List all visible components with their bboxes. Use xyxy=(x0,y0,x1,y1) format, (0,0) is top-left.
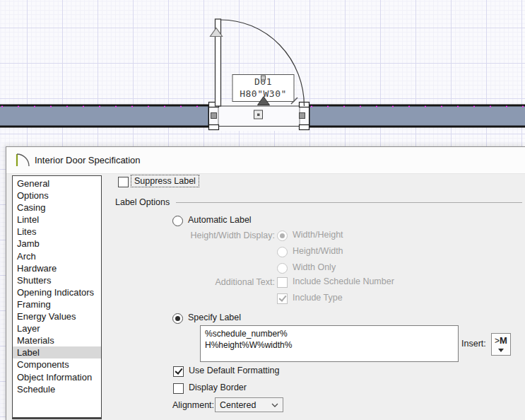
additional-text-label: Additional Text: xyxy=(187,277,275,287)
panel-list: General Options Casing Lintel Lites Jamb… xyxy=(12,175,102,419)
height-width-radio xyxy=(277,247,288,257)
sidebar-item-lites[interactable]: Lites xyxy=(13,226,101,238)
sidebar-item-label[interactable]: Label xyxy=(13,346,101,358)
sidebar-item-arch[interactable]: Arch xyxy=(13,250,101,262)
interior-door-specification-dialog: Interior Door Specification General Opti… xyxy=(6,146,525,420)
alignment-value: Centered xyxy=(220,400,256,410)
wall-right[interactable] xyxy=(309,105,525,127)
sidebar-item-layer[interactable]: Layer xyxy=(13,322,101,334)
alignment-select[interactable]: Centered xyxy=(215,397,283,412)
sidebar-item-opening-indicators[interactable]: Opening Indicators xyxy=(13,286,101,298)
label-options-group-title: Label Options xyxy=(115,197,170,207)
sidebar-item-shutters[interactable]: Shutters xyxy=(13,274,101,286)
sidebar-item-lintel[interactable]: Lintel xyxy=(13,214,101,226)
automatic-label-text[interactable]: Automatic Label xyxy=(188,215,252,225)
sidebar-item-casing[interactable]: Casing xyxy=(13,202,101,214)
sidebar-item-materials[interactable]: Materials xyxy=(13,334,101,346)
dialog-titlebar[interactable]: Interior Door Specification xyxy=(6,147,525,174)
plan-drawing: D01 H80"W30" xyxy=(0,0,525,146)
sidebar-item-hardware[interactable]: Hardware xyxy=(13,262,101,274)
width-height-text: Width/Height xyxy=(293,230,343,240)
sidebar-item-options[interactable]: Options xyxy=(13,189,101,202)
label-move-handle[interactable] xyxy=(261,76,266,80)
automatic-label-radio[interactable] xyxy=(172,216,183,226)
chevron-down-icon xyxy=(271,403,278,407)
sidebar-item-framing[interactable]: Framing xyxy=(13,298,101,310)
wall-left[interactable] xyxy=(0,105,209,127)
edit-handle-left[interactable] xyxy=(211,113,217,119)
specify-label-text[interactable]: Specify Label xyxy=(188,313,241,322)
dialog-title: Interior Door Specification xyxy=(35,155,141,165)
width-height-radio xyxy=(277,231,288,241)
casing-mark-bottom-right xyxy=(300,125,309,130)
sidebar-item-energy-values[interactable]: Energy Values xyxy=(13,310,101,322)
suppress-label-checkbox[interactable] xyxy=(118,177,129,187)
sidebar-item-general[interactable]: General xyxy=(13,177,101,189)
edit-handle-right[interactable] xyxy=(300,113,305,119)
edit-handle-center-dot xyxy=(257,114,260,117)
sidebar-item-components[interactable]: Components xyxy=(13,358,101,371)
sidebar-item-schedule[interactable]: Schedule xyxy=(13,383,101,395)
insert-label: Insert: xyxy=(461,339,486,349)
use-default-formatting-text[interactable]: Use Default Formatting xyxy=(189,366,280,375)
dropdown-caret-icon xyxy=(498,349,504,352)
include-type-text: Include Type xyxy=(293,293,343,303)
insert-button-letter: M xyxy=(500,335,507,346)
display-border-checkbox[interactable] xyxy=(173,383,184,394)
sidebar-item-object-information[interactable]: Object Information xyxy=(13,371,101,383)
include-schedule-number-checkbox xyxy=(277,277,288,288)
width-only-text: Width Only xyxy=(293,262,336,272)
label-text-input[interactable]: %schedule_number% H%height%W%width% xyxy=(200,325,459,362)
casing-mark-bottom-left xyxy=(209,125,219,130)
sidebar-item-jamb[interactable]: Jamb xyxy=(13,238,101,250)
suppress-label-text[interactable]: Suppress Label xyxy=(131,175,199,187)
height-width-display-label: Height/Width Display: xyxy=(187,231,275,240)
include-type-checkbox xyxy=(277,293,288,304)
specify-label-radio[interactable] xyxy=(172,313,183,324)
door-icon xyxy=(15,153,30,168)
display-border-text[interactable]: Display Border xyxy=(189,383,247,392)
use-default-formatting-checkbox[interactable] xyxy=(173,366,184,377)
insert-macro-button[interactable]: >M xyxy=(491,333,511,356)
include-schedule-number-text: Include Schedule Number xyxy=(293,276,394,286)
height-width-text: Height/Width xyxy=(293,246,343,256)
width-only-radio xyxy=(277,263,288,274)
group-separator xyxy=(176,202,522,203)
alignment-label: Alignment: xyxy=(172,400,214,410)
